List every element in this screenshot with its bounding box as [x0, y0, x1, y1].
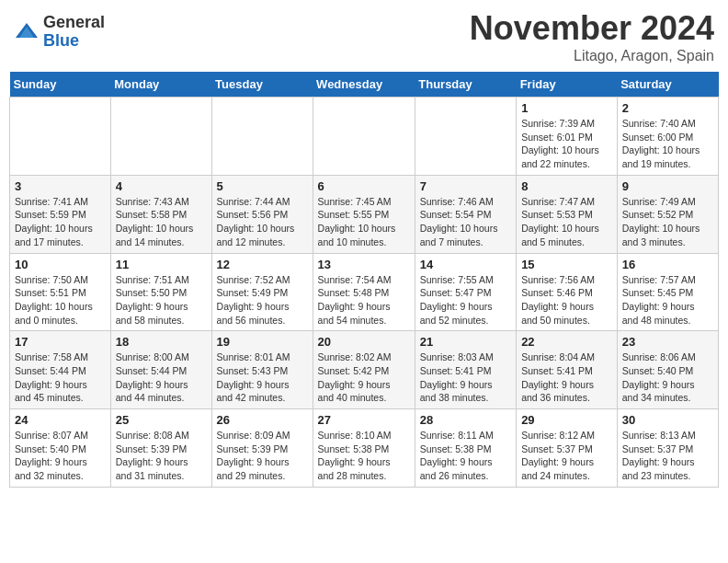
- calendar-cell: 1Sunrise: 7:39 AM Sunset: 6:01 PM Daylig…: [517, 98, 618, 176]
- day-info: Sunrise: 7:58 AM Sunset: 5:44 PM Dayligh…: [15, 350, 106, 405]
- calendar-cell: 7Sunrise: 7:46 AM Sunset: 5:54 PM Daylig…: [415, 175, 516, 253]
- day-info: Sunrise: 8:13 AM Sunset: 5:37 PM Dayligh…: [622, 429, 713, 483]
- day-number: 24: [15, 413, 106, 427]
- day-info: Sunrise: 8:12 AM Sunset: 5:37 PM Dayligh…: [521, 429, 612, 483]
- calendar-cell: 6Sunrise: 7:45 AM Sunset: 5:55 PM Daylig…: [313, 175, 415, 253]
- day-number: 1: [521, 101, 612, 115]
- day-number: 20: [318, 335, 410, 349]
- logo: General Blue: [14, 14, 105, 51]
- day-number: 5: [217, 179, 308, 193]
- calendar-cell: 23Sunrise: 8:06 AM Sunset: 5:40 PM Dayli…: [617, 331, 718, 409]
- calendar-cell: 3Sunrise: 7:41 AM Sunset: 5:59 PM Daylig…: [10, 175, 111, 253]
- day-number: 2: [622, 101, 713, 115]
- calendar-cell: 2Sunrise: 7:40 AM Sunset: 6:00 PM Daylig…: [617, 98, 718, 176]
- calendar-cell: 30Sunrise: 8:13 AM Sunset: 5:37 PM Dayli…: [617, 409, 718, 488]
- header-row: SundayMondayTuesdayWednesdayThursdayFrid…: [10, 72, 719, 98]
- day-number: 12: [217, 258, 308, 271]
- week-row-3: 10Sunrise: 7:50 AM Sunset: 5:51 PM Dayli…: [10, 253, 719, 331]
- day-info: Sunrise: 8:01 AM Sunset: 5:43 PM Dayligh…: [217, 350, 308, 405]
- day-info: Sunrise: 8:11 AM Sunset: 5:38 PM Dayligh…: [420, 429, 511, 483]
- calendar-cell: 8Sunrise: 7:47 AM Sunset: 5:53 PM Daylig…: [517, 175, 618, 253]
- day-info: Sunrise: 8:07 AM Sunset: 5:40 PM Dayligh…: [15, 429, 106, 483]
- day-number: 22: [521, 335, 612, 349]
- day-number: 21: [420, 335, 511, 349]
- header-day-thursday: Thursday: [415, 72, 516, 98]
- day-number: 4: [116, 179, 207, 193]
- calendar-cell: 18Sunrise: 8:00 AM Sunset: 5:44 PM Dayli…: [110, 331, 211, 409]
- calendar-cell: 15Sunrise: 7:56 AM Sunset: 5:46 PM Dayli…: [517, 253, 618, 331]
- day-number: 28: [420, 413, 511, 427]
- header-day-monday: Monday: [110, 72, 211, 98]
- calendar-cell: 13Sunrise: 7:54 AM Sunset: 5:48 PM Dayli…: [313, 253, 415, 331]
- day-number: 8: [521, 179, 612, 193]
- calendar-cell: 21Sunrise: 8:03 AM Sunset: 5:41 PM Dayli…: [415, 331, 516, 409]
- day-info: Sunrise: 7:47 AM Sunset: 5:53 PM Dayligh…: [521, 195, 612, 249]
- day-number: 11: [116, 258, 207, 271]
- day-info: Sunrise: 7:54 AM Sunset: 5:48 PM Dayligh…: [318, 273, 410, 327]
- month-title: November 2024: [470, 9, 714, 48]
- day-number: 10: [15, 258, 106, 271]
- day-number: 29: [521, 413, 612, 427]
- day-info: Sunrise: 7:50 AM Sunset: 5:51 PM Dayligh…: [15, 273, 106, 327]
- day-info: Sunrise: 8:02 AM Sunset: 5:42 PM Dayligh…: [318, 350, 410, 405]
- calendar-cell: 20Sunrise: 8:02 AM Sunset: 5:42 PM Dayli…: [313, 331, 415, 409]
- logo-blue: Blue: [43, 32, 105, 51]
- calendar-cell: [415, 98, 516, 176]
- calendar-cell: 4Sunrise: 7:43 AM Sunset: 5:58 PM Daylig…: [110, 175, 211, 253]
- week-row-4: 17Sunrise: 7:58 AM Sunset: 5:44 PM Dayli…: [10, 331, 719, 409]
- calendar-cell: [313, 98, 415, 176]
- day-info: Sunrise: 8:00 AM Sunset: 5:44 PM Dayligh…: [116, 350, 207, 405]
- header-day-tuesday: Tuesday: [211, 72, 313, 98]
- calendar-cell: 11Sunrise: 7:51 AM Sunset: 5:50 PM Dayli…: [110, 253, 211, 331]
- day-number: 27: [318, 413, 410, 427]
- day-number: 9: [622, 179, 713, 193]
- day-info: Sunrise: 7:41 AM Sunset: 5:59 PM Dayligh…: [15, 195, 106, 249]
- day-number: 30: [622, 413, 713, 427]
- calendar-cell: 27Sunrise: 8:10 AM Sunset: 5:38 PM Dayli…: [313, 409, 415, 488]
- day-info: Sunrise: 7:44 AM Sunset: 5:56 PM Dayligh…: [217, 195, 308, 249]
- calendar-cell: 19Sunrise: 8:01 AM Sunset: 5:43 PM Dayli…: [211, 331, 313, 409]
- calendar-cell: 17Sunrise: 7:58 AM Sunset: 5:44 PM Dayli…: [10, 331, 111, 409]
- header-day-friday: Friday: [517, 72, 618, 98]
- day-info: Sunrise: 7:39 AM Sunset: 6:01 PM Dayligh…: [521, 117, 612, 171]
- calendar-cell: 14Sunrise: 7:55 AM Sunset: 5:47 PM Dayli…: [415, 253, 516, 331]
- location: Litago, Aragon, Spain: [470, 48, 714, 64]
- day-number: 19: [217, 335, 308, 349]
- day-info: Sunrise: 7:45 AM Sunset: 5:55 PM Dayligh…: [318, 195, 410, 249]
- calendar-cell: 10Sunrise: 7:50 AM Sunset: 5:51 PM Dayli…: [10, 253, 111, 331]
- calendar-cell: 5Sunrise: 7:44 AM Sunset: 5:56 PM Daylig…: [211, 175, 313, 253]
- calendar-cell: 25Sunrise: 8:08 AM Sunset: 5:39 PM Dayli…: [110, 409, 211, 488]
- day-info: Sunrise: 7:55 AM Sunset: 5:47 PM Dayligh…: [420, 273, 511, 327]
- header-day-saturday: Saturday: [617, 72, 718, 98]
- day-info: Sunrise: 8:03 AM Sunset: 5:41 PM Dayligh…: [420, 350, 511, 405]
- logo-general: General: [43, 14, 105, 32]
- day-number: 25: [116, 413, 207, 427]
- calendar-cell: [10, 98, 111, 176]
- calendar-cell: [110, 98, 211, 176]
- week-row-2: 3Sunrise: 7:41 AM Sunset: 5:59 PM Daylig…: [10, 175, 719, 253]
- day-number: 23: [622, 335, 713, 349]
- calendar-cell: 29Sunrise: 8:12 AM Sunset: 5:37 PM Dayli…: [517, 409, 618, 488]
- day-info: Sunrise: 7:51 AM Sunset: 5:50 PM Dayligh…: [116, 273, 207, 327]
- day-info: Sunrise: 7:43 AM Sunset: 5:58 PM Dayligh…: [116, 195, 207, 249]
- day-number: 13: [318, 258, 410, 271]
- day-info: Sunrise: 7:52 AM Sunset: 5:49 PM Dayligh…: [217, 273, 308, 327]
- day-info: Sunrise: 8:06 AM Sunset: 5:40 PM Dayligh…: [622, 350, 713, 405]
- calendar-cell: 28Sunrise: 8:11 AM Sunset: 5:38 PM Dayli…: [415, 409, 516, 488]
- calendar-cell: 24Sunrise: 8:07 AM Sunset: 5:40 PM Dayli…: [10, 409, 111, 488]
- header-day-wednesday: Wednesday: [313, 72, 415, 98]
- logo-icon: [14, 19, 40, 45]
- day-number: 17: [15, 335, 106, 349]
- calendar-cell: 9Sunrise: 7:49 AM Sunset: 5:52 PM Daylig…: [617, 175, 718, 253]
- calendar-cell: 16Sunrise: 7:57 AM Sunset: 5:45 PM Dayli…: [617, 253, 718, 331]
- day-info: Sunrise: 7:40 AM Sunset: 6:00 PM Dayligh…: [622, 117, 713, 171]
- day-info: Sunrise: 7:56 AM Sunset: 5:46 PM Dayligh…: [521, 273, 612, 327]
- calendar-cell: 22Sunrise: 8:04 AM Sunset: 5:41 PM Dayli…: [517, 331, 618, 409]
- day-number: 15: [521, 258, 612, 271]
- day-number: 26: [217, 413, 308, 427]
- calendar-cell: 26Sunrise: 8:09 AM Sunset: 5:39 PM Dayli…: [211, 409, 313, 488]
- header-day-sunday: Sunday: [10, 72, 111, 98]
- day-info: Sunrise: 7:57 AM Sunset: 5:45 PM Dayligh…: [622, 273, 713, 327]
- day-number: 6: [318, 179, 410, 193]
- day-info: Sunrise: 8:09 AM Sunset: 5:39 PM Dayligh…: [217, 429, 308, 483]
